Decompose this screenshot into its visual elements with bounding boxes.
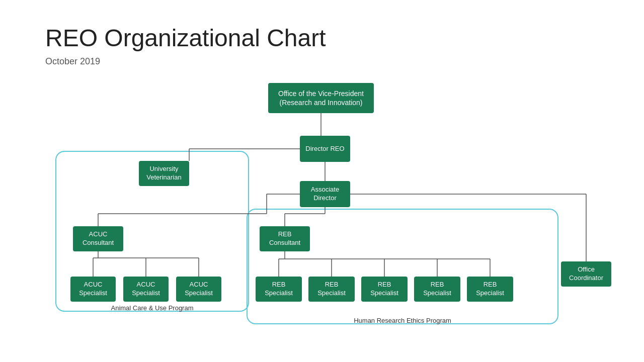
acuc-specialist-1: ACUC Specialist: [70, 277, 116, 302]
acuc-specialist-2: ACUC Specialist: [123, 277, 169, 302]
acuc-specialist-3: ACUC Specialist: [176, 277, 221, 302]
acuc-consultant-box: ACUC Consultant: [73, 226, 123, 251]
reb-specialist-3: REB Specialist: [361, 277, 408, 302]
office-coord-box: Office Coordinator: [561, 261, 611, 287]
reb-specialist-1: REB Specialist: [256, 277, 302, 302]
director-box: Director REO: [300, 136, 350, 162]
reb-specialist-5: REB Specialist: [467, 277, 513, 302]
reb-consultant-box: REB Consultant: [260, 226, 310, 251]
assoc-dir-box: Associate Director: [300, 181, 350, 207]
animal-care-label: Animal Care & Use Program: [111, 304, 194, 312]
human-research-label: Human Research Ethics Program: [354, 317, 451, 324]
page-subtitle: October 2019: [45, 56, 100, 67]
reb-specialist-2: REB Specialist: [308, 277, 355, 302]
vp-box: Office of the Vice-President (Research a…: [268, 83, 374, 113]
org-chart: Animal Care & Use Program Human Research…: [0, 73, 644, 362]
univ-vet-box: University Veterinarian: [139, 161, 189, 186]
reb-specialist-4: REB Specialist: [414, 277, 460, 302]
page-title: REO Organizational Chart: [45, 24, 326, 52]
